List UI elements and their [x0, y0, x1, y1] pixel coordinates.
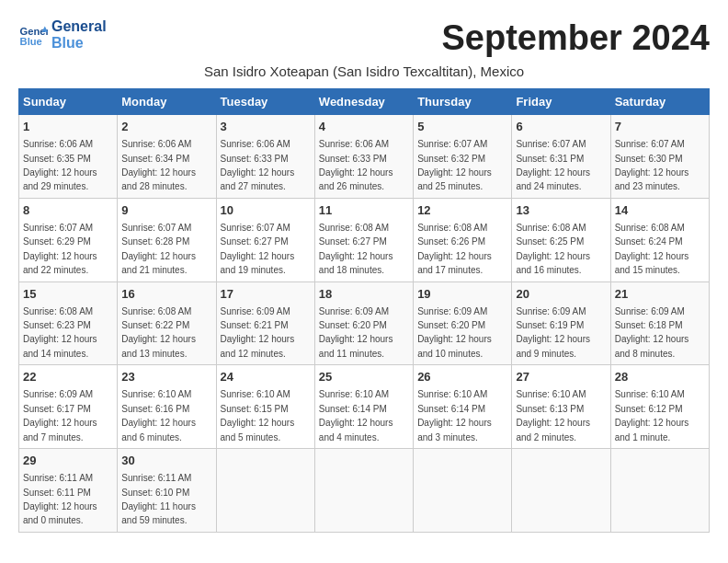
- calendar-header-row: SundayMondayTuesdayWednesdayThursdayFrid…: [19, 89, 710, 115]
- header-saturday: Saturday: [610, 89, 709, 115]
- calendar-day-7: 7Sunrise: 6:07 AMSunset: 6:30 PMDaylight…: [610, 115, 709, 199]
- calendar-day-2: 2Sunrise: 6:06 AMSunset: 6:34 PMDaylight…: [118, 115, 216, 199]
- calendar-day-empty: [414, 449, 512, 533]
- header-monday: Monday: [118, 89, 216, 115]
- calendar-day-17: 17Sunrise: 6:09 AMSunset: 6:21 PMDayligh…: [216, 282, 314, 365]
- calendar-day-16: 16Sunrise: 6:08 AMSunset: 6:22 PMDayligh…: [118, 282, 216, 365]
- calendar-day-3: 3Sunrise: 6:06 AMSunset: 6:33 PMDaylight…: [216, 115, 314, 199]
- calendar-day-25: 25Sunrise: 6:10 AMSunset: 6:14 PMDayligh…: [314, 365, 413, 449]
- calendar-week-3: 22Sunrise: 6:09 AMSunset: 6:17 PMDayligh…: [19, 365, 710, 449]
- calendar-day-22: 22Sunrise: 6:09 AMSunset: 6:17 PMDayligh…: [19, 365, 118, 449]
- calendar-day-empty: [314, 449, 413, 533]
- calendar-day-21: 21Sunrise: 6:09 AMSunset: 6:18 PMDayligh…: [610, 282, 709, 365]
- calendar-day-9: 9Sunrise: 6:07 AMSunset: 6:28 PMDaylight…: [118, 198, 216, 282]
- calendar-day-12: 12Sunrise: 6:08 AMSunset: 6:26 PMDayligh…: [414, 198, 512, 282]
- calendar-day-18: 18Sunrise: 6:09 AMSunset: 6:20 PMDayligh…: [314, 282, 413, 365]
- header-thursday: Thursday: [414, 89, 512, 115]
- header-tuesday: Tuesday: [216, 89, 314, 115]
- calendar-day-1: 1Sunrise: 6:06 AMSunset: 6:35 PMDaylight…: [19, 115, 118, 199]
- logo-icon: General Blue: [18, 20, 48, 50]
- calendar-day-8: 8Sunrise: 6:07 AMSunset: 6:29 PMDaylight…: [19, 198, 118, 282]
- logo: General Blue General Blue: [18, 18, 107, 51]
- calendar-day-11: 11Sunrise: 6:08 AMSunset: 6:27 PMDayligh…: [314, 198, 413, 282]
- calendar-day-14: 14Sunrise: 6:08 AMSunset: 6:24 PMDayligh…: [610, 198, 709, 282]
- calendar-week-1: 8Sunrise: 6:07 AMSunset: 6:29 PMDaylight…: [19, 198, 710, 282]
- month-year-title: September 2024: [442, 18, 711, 58]
- month-year: September 2024: [442, 18, 711, 58]
- calendar-week-2: 15Sunrise: 6:08 AMSunset: 6:23 PMDayligh…: [19, 282, 710, 365]
- calendar-week-0: 1Sunrise: 6:06 AMSunset: 6:35 PMDaylight…: [19, 115, 710, 199]
- logo-blue: Blue: [51, 35, 107, 52]
- header-sunday: Sunday: [19, 89, 118, 115]
- calendar-day-24: 24Sunrise: 6:10 AMSunset: 6:15 PMDayligh…: [216, 365, 314, 449]
- calendar-day-27: 27Sunrise: 6:10 AMSunset: 6:13 PMDayligh…: [512, 365, 610, 449]
- calendar-day-empty: [216, 449, 314, 533]
- header-friday: Friday: [512, 89, 610, 115]
- calendar-day-26: 26Sunrise: 6:10 AMSunset: 6:14 PMDayligh…: [414, 365, 512, 449]
- calendar-day-15: 15Sunrise: 6:08 AMSunset: 6:23 PMDayligh…: [19, 282, 118, 365]
- calendar-day-empty: [610, 449, 709, 533]
- calendar-day-5: 5Sunrise: 6:07 AMSunset: 6:32 PMDaylight…: [414, 115, 512, 199]
- calendar-day-empty: [512, 449, 610, 533]
- calendar-day-6: 6Sunrise: 6:07 AMSunset: 6:31 PMDaylight…: [512, 115, 610, 199]
- svg-text:Blue: Blue: [20, 36, 42, 47]
- calendar-day-13: 13Sunrise: 6:08 AMSunset: 6:25 PMDayligh…: [512, 198, 610, 282]
- header-wednesday: Wednesday: [314, 89, 413, 115]
- calendar-day-28: 28Sunrise: 6:10 AMSunset: 6:12 PMDayligh…: [610, 365, 709, 449]
- calendar-subtitle: San Isidro Xoteapan (San Isidro Texcalti…: [18, 63, 710, 79]
- calendar-day-20: 20Sunrise: 6:09 AMSunset: 6:19 PMDayligh…: [512, 282, 610, 365]
- calendar-table: SundayMondayTuesdayWednesdayThursdayFrid…: [18, 88, 710, 533]
- calendar-day-29: 29Sunrise: 6:11 AMSunset: 6:11 PMDayligh…: [19, 449, 118, 533]
- calendar-day-19: 19Sunrise: 6:09 AMSunset: 6:20 PMDayligh…: [414, 282, 512, 365]
- calendar-day-4: 4Sunrise: 6:06 AMSunset: 6:33 PMDaylight…: [314, 115, 413, 199]
- logo-general: General: [51, 18, 107, 35]
- calendar-week-4: 29Sunrise: 6:11 AMSunset: 6:11 PMDayligh…: [19, 449, 710, 533]
- calendar-day-10: 10Sunrise: 6:07 AMSunset: 6:27 PMDayligh…: [216, 198, 314, 282]
- calendar-day-30: 30Sunrise: 6:11 AMSunset: 6:10 PMDayligh…: [118, 449, 216, 533]
- calendar-day-23: 23Sunrise: 6:10 AMSunset: 6:16 PMDayligh…: [118, 365, 216, 449]
